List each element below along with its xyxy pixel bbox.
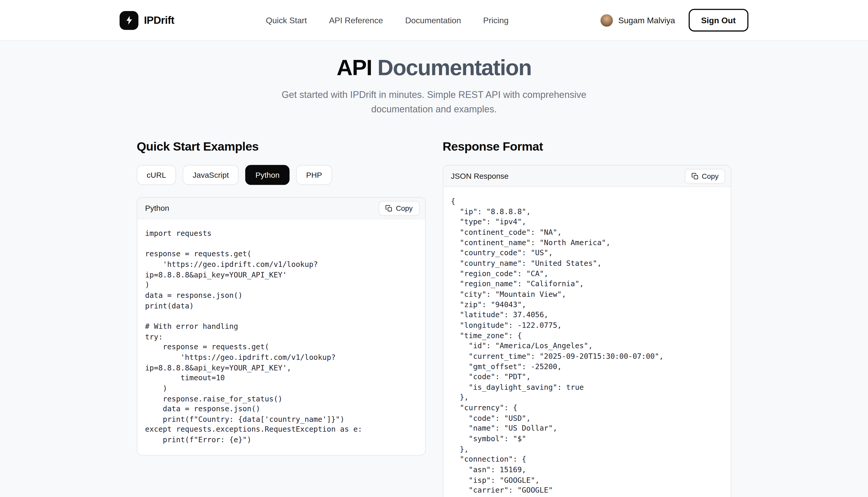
- language-tabs: cURL JavaScript Python PHP: [137, 165, 426, 185]
- brand[interactable]: IPDrift: [119, 11, 174, 30]
- tab-python[interactable]: Python: [245, 165, 289, 185]
- brand-name: IPDrift: [144, 14, 174, 26]
- json-response-title: JSON Response: [451, 171, 508, 180]
- nav-link-pricing[interactable]: Pricing: [483, 15, 508, 25]
- nav-link-documentation[interactable]: Documentation: [405, 15, 461, 25]
- header-inner: IPDrift Quick Start API Reference Docume…: [119, 0, 749, 40]
- nav-link-quick-start[interactable]: Quick Start: [266, 15, 307, 25]
- copy-json-button[interactable]: Copy: [685, 169, 725, 184]
- tab-javascript[interactable]: JavaScript: [183, 165, 239, 185]
- tab-curl[interactable]: cURL: [137, 165, 176, 185]
- hero: API Documentation Get started with IPDri…: [0, 41, 868, 117]
- copy-icon: [691, 173, 699, 180]
- quick-start-heading: Quick Start Examples: [137, 140, 426, 154]
- copy-label: Copy: [702, 172, 718, 180]
- user-avatar[interactable]: [600, 14, 613, 27]
- response-format-heading: Response Format: [442, 140, 731, 154]
- copy-python-button[interactable]: Copy: [379, 201, 419, 216]
- nav-link-api-reference[interactable]: API Reference: [329, 15, 383, 25]
- user-name: Sugam Malviya: [618, 15, 675, 25]
- python-code-card: Python Copy import requests response = r…: [137, 197, 426, 455]
- json-response-card-header: JSON Response Copy: [443, 166, 730, 187]
- lightning-bolt-icon: [119, 11, 139, 30]
- page-title-secondary: Documentation: [378, 55, 531, 80]
- copy-label: Copy: [396, 204, 413, 212]
- code-card-title: Python: [145, 204, 169, 213]
- python-code-card-header: Python Copy: [137, 198, 425, 219]
- copy-icon: [385, 204, 393, 212]
- page-title: API Documentation: [0, 54, 868, 81]
- tab-php[interactable]: PHP: [296, 165, 332, 185]
- page-title-primary: API: [337, 55, 372, 80]
- json-response-code-block: { "ip": "8.8.8.8", "type": "ipv4", "cont…: [443, 187, 730, 497]
- response-format-section: Response Format JSON Response Copy: [442, 140, 731, 497]
- quick-start-section: Quick Start Examples cURL JavaScript Pyt…: [137, 140, 426, 455]
- user-area: Sugam Malviya Sign Out: [600, 9, 749, 31]
- sign-out-button[interactable]: Sign Out: [688, 9, 749, 31]
- python-code-block: import requests response = requests.get(…: [137, 219, 425, 455]
- page-subtitle: Get started with IPDrift in minutes. Sim…: [268, 88, 600, 117]
- json-response-card: JSON Response Copy { "ip": "8.8.8.8", "t…: [442, 165, 731, 497]
- primary-nav: Quick Start API Reference Documentation …: [174, 15, 600, 25]
- main-content: Quick Start Examples cURL JavaScript Pyt…: [137, 140, 731, 497]
- header: IPDrift Quick Start API Reference Docume…: [0, 0, 868, 41]
- page: IPDrift Quick Start API Reference Docume…: [0, 0, 868, 497]
